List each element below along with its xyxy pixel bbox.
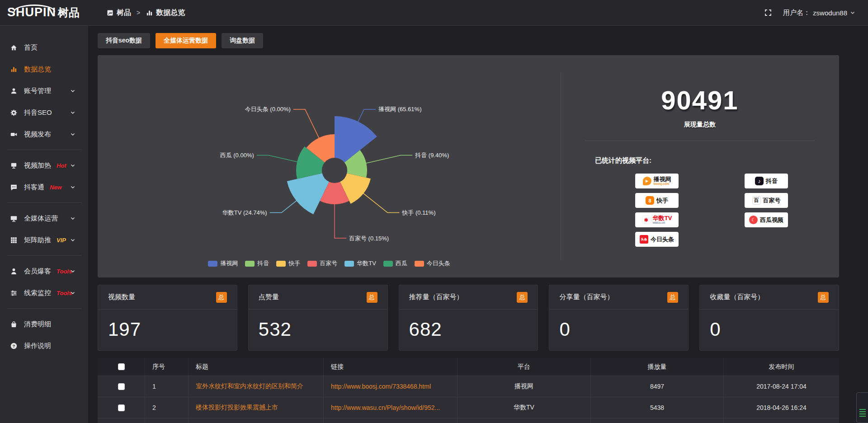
sidebar: 首页数据总览账号管理抖音SEO视频发布视频加热Hot抖客通New全媒体运营矩阵助… [0,26,88,423]
sidebar-divider [7,202,82,203]
legend-label: 今日头条 [427,259,450,268]
sidebar-item-label: 抖客通 [24,183,44,192]
tab-1[interactable]: 全媒体运营数据 [156,33,216,48]
sidebar-item-label: 全媒体运营 [24,214,58,223]
total-impressions-value: 90491 [561,85,839,115]
sidebar-item-7[interactable]: 全媒体运营 [0,207,88,229]
sidebar-item-2[interactable]: 账号管理 [0,80,88,102]
legend-label: 华数TV [357,259,376,268]
gear-icon [10,109,18,117]
total-badge[interactable]: 总 [517,292,528,303]
chart-legend: 播视网抖音快手百家号华数TV西瓜今日头条 [98,259,561,268]
topbar: SHUPIN 树品 树品 > 数据总览 用户名：zswodun88 [0,0,868,26]
pie-leader-line [363,193,400,213]
sidebar-item-label: 账号管理 [24,87,51,95]
breadcrumb-current[interactable]: 数据总览 [146,8,185,18]
total-badge[interactable]: 总 [367,292,377,303]
legend-item-今日头条[interactable]: 今日头条 [415,259,450,268]
sidebar-item-5[interactable]: 视频加热Hot [0,155,88,176]
platform-badge-西瓜视频: ☾西瓜视频 [745,212,788,227]
sidebar-item-8[interactable]: 矩阵助推VIP [0,229,88,251]
row-checkbox[interactable] [118,383,125,390]
videos-table: 序号标题链接平台播放量发布时间1室外水纹灯和室内水纹灯的区别和简介http://… [98,358,839,423]
sidebar-item-0[interactable]: 首页 [0,37,88,58]
sliders-icon [10,289,18,297]
sidebar-item-11[interactable]: 消费明细 [0,313,88,335]
cell-title-link[interactable]: 室外水纹灯和室内水纹灯的区别和简介 [189,376,324,397]
pie-leader-line [257,155,298,162]
username-menu[interactable]: 用户名：zswodun88 [783,9,855,17]
total-badge[interactable]: 总 [818,292,829,303]
total-badge[interactable]: 总 [216,292,227,303]
cell-time: 2017-08-24 17:04 [724,376,839,397]
chevron-down-icon [70,237,75,243]
cell-time: 2018-04-26 16:24 [724,397,839,418]
legend-swatch [208,261,217,267]
breadcrumb: 树品 > 数据总览 [106,8,185,18]
platforms-title: 已统计的视频平台: [595,156,839,165]
pie-label: 今日头条 (0.00%) [245,106,291,113]
cell-index: 2 [145,397,189,418]
legend-item-播视网[interactable]: 播视网 [208,259,238,268]
legend-label: 抖音 [257,259,269,268]
stat-card-2: 推荐量（百家号）总682 [399,285,538,351]
legend-swatch [307,261,317,267]
widget-stripe [859,416,866,417]
pie-label: 西瓜 (0.00%) [220,152,254,159]
header-cell: 链接 [324,358,458,376]
legend-item-快手[interactable]: 快手 [276,259,300,268]
select-all-checkbox[interactable] [118,363,125,370]
tab-0[interactable]: 抖音seo数据 [98,33,150,48]
pie-label: 抖音 (9.40%) [415,152,449,159]
legend-item-抖音[interactable]: 抖音 [245,259,269,268]
total-badge[interactable]: 总 [667,292,678,303]
breadcrumb-current-label: 数据总览 [156,8,185,18]
breadcrumb-separator: > [137,9,140,16]
sidebar-item-1[interactable]: 数据总览 [0,58,88,80]
legend-item-西瓜[interactable]: 西瓜 [383,259,407,268]
screen-icon [10,162,18,169]
cell-title-link[interactable]: 楼体投影灯投影效果震撼上市 [189,397,324,418]
legend-label: 百家号 [320,259,337,268]
cell-url-link[interactable]: http://www.wasu.cn/Play/show/id/952... [324,397,458,418]
member-icon [10,268,18,275]
cell-url-link[interactable]: http://www.boosj.com/7338468.html [324,376,458,397]
stat-card-title: 点赞量 [259,293,279,301]
sidebar-item-label: 视频加热 [24,161,51,170]
sidebar-item-12[interactable]: ?操作说明 [0,335,88,357]
legend-label: 快手 [288,259,300,268]
legend-item-华数TV[interactable]: 华数TV [344,259,376,268]
rose-pie-chart: 播视网 (65.61%)抖音 (9.40%)快手 (0.11%)百家号 (0.1… [98,55,561,277]
platform-name: 快手 [656,197,668,203]
sidebar-item-9[interactable]: 会员爆客Tools [0,260,88,282]
app-square-icon [106,9,114,17]
platform-badge-快手: 8快手 [635,193,679,208]
pie-slice-华数TV[interactable] [287,173,329,214]
boosj-logo: ▶ [643,177,651,185]
tab-2[interactable]: 询盘数据 [222,33,263,48]
fullscreen-icon[interactable] [764,9,772,17]
data-tabs: 抖音seo数据全媒体运营数据询盘数据 [98,33,839,48]
floating-widget[interactable] [856,392,868,423]
platform-name: 抖音 [766,178,778,184]
pie-leader-line [293,109,319,139]
sidebar-divider [7,308,82,309]
stat-card-header: 收藏量（百家号）总 [700,285,839,310]
legend-label: 播视网 [220,259,238,268]
summary-panel: 90491 展现量总数 已统计的视频平台: ▶播视网boosj.com8快手✱华… [561,55,839,277]
bar-chart-icon [10,66,18,73]
cell-platform: 华数TV [458,397,591,418]
sidebar-item-4[interactable]: 视频发布 [0,123,88,145]
sidebar-item-10[interactable]: 线索监控Tools [0,282,88,304]
sidebar-item-tag: New [50,184,62,191]
table-row-1: 1室外水纹灯和室内水纹灯的区别和简介http://www.boosj.com/7… [98,376,839,397]
legend-item-百家号[interactable]: 百家号 [307,259,337,268]
breadcrumb-root[interactable]: 树品 [106,8,131,18]
sidebar-item-6[interactable]: 抖客通New [0,176,88,198]
row-checkbox[interactable] [118,404,125,411]
comment-icon [10,183,18,191]
stat-card-value: 197 [98,310,237,340]
sidebar-item-label: 线索监控 [24,289,51,297]
sidebar-item-label: 操作说明 [24,342,51,350]
sidebar-item-3[interactable]: 抖音SEO [0,102,88,123]
